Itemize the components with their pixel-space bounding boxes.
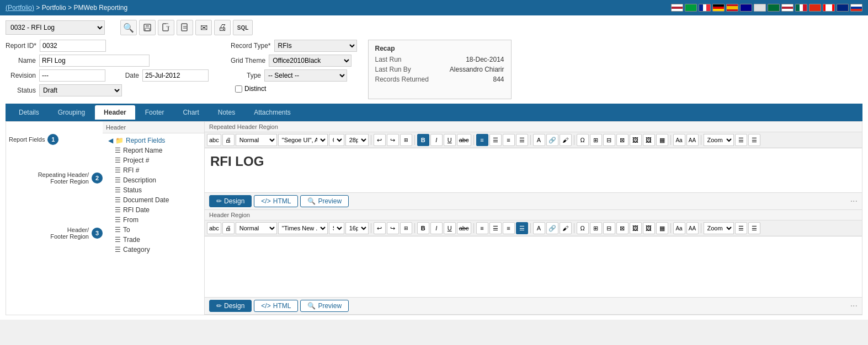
- email-button[interactable]: ✉: [195, 20, 212, 35]
- tab-grouping[interactable]: Grouping: [49, 105, 94, 120]
- editor-area-2[interactable]: [205, 236, 862, 297]
- flag-australia[interactable]: [740, 4, 752, 12]
- design-tab-1[interactable]: ✏ Design: [209, 195, 252, 207]
- flag-us[interactable]: [671, 4, 683, 12]
- tree-item-report-name[interactable]: ☰ Report Name: [106, 145, 201, 155]
- tree-root[interactable]: ◀ 📁 Report Fields: [106, 136, 201, 145]
- rt-img2-btn-1[interactable]: 🖼: [643, 134, 655, 146]
- rt-align-right-2[interactable]: ≡: [503, 222, 515, 234]
- save-icon-button[interactable]: [139, 20, 156, 35]
- rt-link-btn-1[interactable]: 🔗: [546, 134, 558, 146]
- rt-bold-btn-2[interactable]: B: [417, 222, 429, 234]
- rt-barcode-btn-2[interactable]: ▦: [656, 222, 668, 234]
- rt-list-btn-1[interactable]: ☰: [735, 134, 747, 146]
- rt-src-btn-1[interactable]: ⊞: [400, 134, 412, 146]
- rt-px-select-1[interactable]: 28px: [345, 134, 369, 146]
- rt-zoom-2[interactable]: Zoom: [704, 222, 734, 234]
- rt-omega-btn-1[interactable]: Ω: [577, 134, 589, 146]
- rt-table-btn-2[interactable]: ⊞: [590, 222, 602, 234]
- rt-AA-btn-2[interactable]: AA: [686, 222, 699, 234]
- preview-tab-2[interactable]: 🔍 Preview: [300, 300, 349, 312]
- tab-details[interactable]: Details: [10, 105, 48, 120]
- tab-footer[interactable]: Footer: [136, 105, 173, 120]
- distinct-checkbox[interactable]: [235, 85, 242, 93]
- rt-strikethrough-btn-1[interactable]: abc: [457, 134, 471, 146]
- tree-item-description[interactable]: ☰ Description: [106, 175, 201, 185]
- record-type-select[interactable]: RFIs: [274, 40, 357, 52]
- flag-new-zealand[interactable]: [837, 4, 849, 12]
- rt-italic-btn-1[interactable]: I: [430, 134, 443, 146]
- rt-size-select-2[interactable]: Si...: [329, 222, 344, 234]
- search-button[interactable]: 🔍: [120, 20, 137, 35]
- rt-italic-btn-2[interactable]: I: [430, 222, 443, 234]
- rt-align-center-2[interactable]: ☰: [489, 222, 502, 234]
- flag-china[interactable]: [809, 4, 821, 12]
- status-select[interactable]: Draft: [39, 84, 122, 96]
- type-select[interactable]: -- Select --: [264, 69, 347, 82]
- flag-usa2[interactable]: [781, 4, 794, 12]
- editor-area-1[interactable]: RFI LOG: [205, 148, 862, 192]
- rt-img2-btn-2[interactable]: 🖼: [643, 222, 655, 234]
- rt-format-btn[interactable]: abc: [207, 134, 221, 146]
- rt-font-color-1[interactable]: A: [533, 134, 545, 146]
- tree-item-trade[interactable]: ☰ Trade: [106, 235, 201, 245]
- rt-bold-btn-1[interactable]: B: [417, 134, 429, 146]
- tab-attachments[interactable]: Attachments: [245, 105, 300, 120]
- tab-chart[interactable]: Chart: [174, 105, 207, 120]
- rt-print-btn-2[interactable]: 🖨: [222, 222, 235, 234]
- flag-brazil[interactable]: [685, 4, 697, 12]
- rt-format-btn-2[interactable]: abc: [207, 222, 221, 234]
- rt-omega-btn-2[interactable]: Ω: [577, 222, 589, 234]
- flag-saudi-arabia[interactable]: [768, 4, 780, 12]
- flag-mexico[interactable]: [795, 4, 807, 12]
- flag-spain[interactable]: [726, 4, 738, 12]
- preview-tab-1[interactable]: 🔍 Preview: [300, 195, 349, 207]
- report-id-input[interactable]: [40, 40, 106, 52]
- tree-item-project-num[interactable]: ☰ Project #: [106, 155, 201, 165]
- rt-redo-btn-2[interactable]: ↪: [387, 222, 399, 234]
- rt-align-right-1[interactable]: ≡: [503, 134, 515, 146]
- rt-aa-btn-2[interactable]: Aa: [673, 222, 685, 234]
- tab-header[interactable]: Header: [95, 105, 135, 120]
- tree-item-from[interactable]: ☰ From: [106, 215, 201, 225]
- rt-style-select-1[interactable]: Normal: [236, 134, 277, 146]
- rt-img-btn-1[interactable]: 🖼: [630, 134, 642, 146]
- rt-list2-btn-2[interactable]: ☰: [748, 222, 760, 234]
- tree-item-to[interactable]: ☰ To: [106, 225, 201, 235]
- rt-aa-btn-1[interactable]: Aa: [673, 134, 685, 146]
- flag-france[interactable]: [699, 4, 711, 12]
- rt-redo-btn-1[interactable]: ↪: [387, 134, 399, 146]
- rt-list2-btn-1[interactable]: ☰: [748, 134, 760, 146]
- rt-layout-btn-2[interactable]: ⊟: [603, 222, 615, 234]
- rt-list-btn-2[interactable]: ☰: [735, 222, 747, 234]
- rt-justify-1[interactable]: ☰: [516, 134, 528, 146]
- rt-img-btn-2[interactable]: 🖼: [630, 222, 642, 234]
- rt-align-left-1[interactable]: ≡: [476, 134, 488, 146]
- rt-underline-btn-1[interactable]: U: [444, 134, 456, 146]
- rt-font-select-2[interactable]: "Times New ...": [278, 222, 328, 234]
- rt-barcode-btn-1[interactable]: ▦: [656, 134, 668, 146]
- html-tab-2[interactable]: </> HTML: [254, 300, 298, 312]
- rt-px-select-2[interactable]: 16px: [345, 222, 369, 234]
- rt-link-btn-2[interactable]: 🔗: [546, 222, 558, 234]
- tree-item-rfi-num[interactable]: ☰ RFI #: [106, 165, 201, 175]
- tree-item-category[interactable]: ☰ Category: [106, 245, 201, 255]
- rt-font-select-1[interactable]: "Segoe UI", A...: [278, 134, 328, 146]
- rt-print-btn[interactable]: 🖨: [222, 134, 235, 146]
- html-tab-1[interactable]: </> HTML: [254, 195, 298, 207]
- portfolio-link[interactable]: (Portfolio): [6, 4, 34, 12]
- rt-align-left-2[interactable]: ≡: [476, 222, 488, 234]
- tree-item-status[interactable]: ☰ Status: [106, 185, 201, 195]
- close-button[interactable]: [177, 20, 193, 35]
- rt-justify-2[interactable]: ☰: [516, 222, 528, 234]
- grid-theme-select[interactable]: Office2010Black: [269, 55, 352, 67]
- rt-crop-btn-1[interactable]: ⊠: [616, 134, 629, 146]
- new-button[interactable]: [158, 20, 174, 35]
- rt-paint-btn-2[interactable]: 🖌: [560, 222, 572, 234]
- sql-button[interactable]: SQL: [233, 20, 253, 35]
- rt-AA-btn-1[interactable]: AA: [686, 134, 699, 146]
- flag-international[interactable]: [754, 4, 766, 12]
- rt-style-select-2[interactable]: Normal: [236, 222, 277, 234]
- report-dropdown[interactable]: 0032 - RFI Log: [6, 20, 105, 35]
- tree-item-rfi-date[interactable]: ☰ RFI Date: [106, 205, 201, 215]
